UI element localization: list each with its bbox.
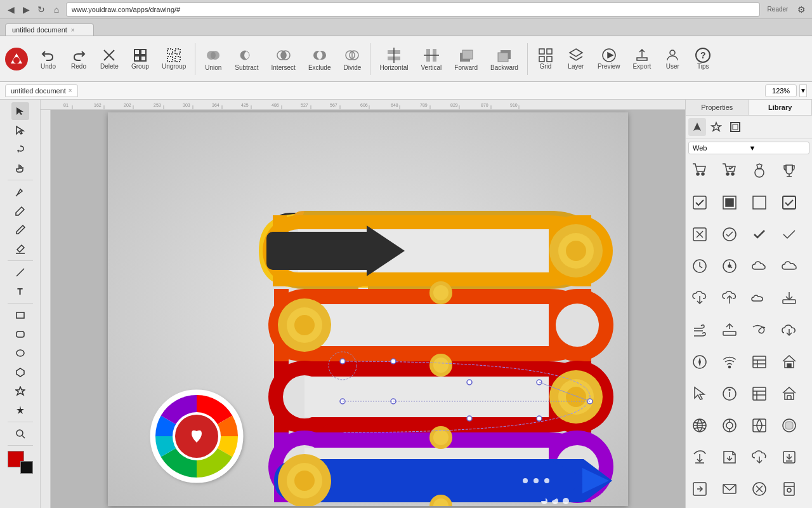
handle-3[interactable] (467, 380, 472, 385)
nav-back-button[interactable]: ◀ (5, 4, 16, 15)
color-wheel-group[interactable] (151, 391, 242, 482)
icon-globe-4[interactable] (776, 413, 802, 438)
icon-info[interactable] (717, 381, 742, 406)
properties-tab[interactable]: Properties (686, 100, 749, 115)
vertical-button[interactable]: Vertical (414, 44, 448, 74)
icon-compass[interactable] (687, 349, 712, 375)
panel-star-icon-btn[interactable] (707, 118, 725, 136)
icon-dl-2[interactable] (717, 444, 742, 470)
icon-checkbox-empty[interactable] (747, 190, 772, 215)
icon-x-circle[interactable] (747, 476, 772, 502)
canvas[interactable] (108, 112, 628, 506)
library-category-dropdown[interactable]: Web ▼ (688, 142, 809, 154)
forward-button[interactable]: Forward (448, 44, 484, 74)
rect-tool[interactable] (11, 306, 29, 324)
icon-upload-2[interactable] (717, 317, 742, 342)
export-button[interactable]: Export (626, 45, 657, 72)
icon-wind-1[interactable] (687, 317, 712, 342)
settings-button[interactable]: ⚙ (796, 4, 807, 15)
nav-home-button[interactable]: ⌂ (51, 4, 62, 15)
icon-download-2[interactable] (776, 285, 802, 311)
text-tool[interactable]: T (11, 283, 29, 300)
canvas-container[interactable] (51, 110, 685, 508)
icon-download-3[interactable] (776, 317, 802, 342)
brush-tool[interactable] (11, 221, 29, 239)
pencil-tool[interactable] (11, 202, 29, 220)
icon-cursor[interactable] (687, 381, 712, 406)
zoom-input[interactable] (765, 84, 797, 97)
icon-clock-1[interactable] (687, 253, 712, 279)
ungroup-button[interactable]: Ungroup (155, 45, 192, 72)
reader-button[interactable]: Reader (764, 4, 792, 15)
nav-forward-button[interactable]: ▶ (20, 4, 32, 15)
icon-download-cloud-1[interactable] (687, 285, 712, 311)
icon-cloud-2[interactable] (776, 253, 802, 279)
effects-tool[interactable] (11, 401, 29, 419)
icon-wifi[interactable] (717, 349, 742, 375)
icon-cart-2[interactable] (717, 158, 742, 184)
eraser-tool[interactable] (11, 240, 29, 258)
intersect-button[interactable]: Intersect (265, 44, 302, 74)
panel-fill-icon-btn[interactable] (688, 118, 706, 136)
icon-upload-cloud[interactable] (717, 285, 742, 311)
subselect-tool[interactable] (11, 121, 29, 139)
zoom-dropdown-button[interactable]: ▼ (799, 84, 807, 97)
canvas-svg[interactable] (108, 112, 628, 506)
redo-button[interactable]: Redo (63, 45, 94, 72)
handle-2[interactable] (391, 359, 396, 364)
icon-wind-2[interactable] (747, 317, 772, 342)
undo-button[interactable]: Undo (33, 45, 63, 72)
icon-dl-3[interactable] (747, 444, 772, 470)
line-tool[interactable] (11, 264, 29, 281)
group-button[interactable]: Group (125, 45, 155, 72)
panel-frame-icon-btn[interactable] (726, 118, 744, 136)
address-bar[interactable] (66, 3, 760, 17)
icon-check-thin[interactable] (776, 222, 802, 247)
icon-bookmark[interactable] (776, 476, 802, 502)
icon-globe-1[interactable] (687, 413, 712, 438)
handle-7[interactable] (467, 416, 472, 421)
polygon-tool[interactable] (11, 363, 29, 381)
nav-refresh-button[interactable]: ↻ (36, 4, 47, 15)
grid-button[interactable]: Grid (530, 45, 561, 72)
icon-clock-2[interactable] (717, 253, 742, 279)
icon-dl-1[interactable] (687, 444, 712, 470)
zoom-tool[interactable] (11, 425, 29, 443)
tips-button[interactable]: ? Tips (688, 45, 718, 72)
handle-8[interactable] (537, 416, 542, 421)
roundrect-tool[interactable] (11, 325, 29, 343)
horizontal-button[interactable]: Horizontal (373, 44, 414, 74)
library-tab[interactable]: Library (749, 100, 813, 115)
icon-home[interactable] (776, 349, 802, 375)
union-button[interactable]: Union (198, 44, 228, 74)
divide-button[interactable]: Divide (337, 44, 367, 74)
icon-house-alt[interactable] (776, 381, 802, 406)
delete-button[interactable]: Delete (94, 45, 125, 72)
backward-button[interactable]: Backward (484, 44, 525, 74)
icon-cloud-3[interactable] (747, 285, 772, 311)
stroke-color[interactable] (20, 461, 33, 474)
hand-tool[interactable] (11, 159, 29, 177)
icon-check-circle[interactable] (717, 222, 742, 247)
icon-list[interactable] (747, 381, 772, 406)
star-tool[interactable] (11, 382, 29, 400)
subtract-button[interactable]: Subtract (228, 44, 265, 74)
icon-medal-1[interactable] (747, 158, 772, 184)
browser-tab[interactable]: untitled document × (5, 23, 94, 36)
user-button[interactable]: User (657, 45, 688, 72)
icon-checkbox-square[interactable] (717, 190, 742, 215)
icon-enter[interactable] (687, 476, 712, 502)
icon-checkbox-check[interactable] (776, 190, 802, 215)
select-tool[interactable] (11, 102, 29, 120)
icon-check-bold[interactable] (747, 222, 772, 247)
icon-trophy-1[interactable] (776, 158, 802, 184)
icon-x-square[interactable] (687, 222, 712, 247)
icon-dl-4[interactable] (776, 444, 802, 470)
pen-tool[interactable] (11, 183, 29, 201)
tab-close-button[interactable]: × (71, 27, 75, 34)
ellipse-tool[interactable] (11, 344, 29, 362)
icon-checkbox-checked[interactable] (687, 190, 712, 215)
icon-globe-3[interactable] (747, 413, 772, 438)
icon-globe-2[interactable] (717, 413, 742, 438)
preview-button[interactable]: Preview (591, 45, 627, 72)
